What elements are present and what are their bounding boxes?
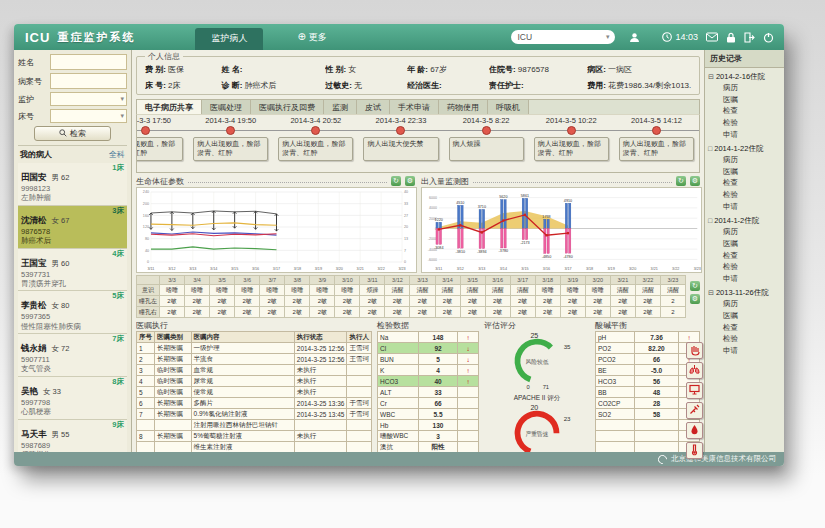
- mail-icon[interactable]: [706, 32, 718, 42]
- history-item[interactable]: 申请: [705, 273, 784, 285]
- settings-icon[interactable]: ⚙: [690, 176, 700, 186]
- logout-icon[interactable]: [744, 32, 755, 43]
- timeline-event[interactable]: 病人出现败血，脸部淤青、红肿: [534, 137, 609, 161]
- history-item[interactable]: 检验: [705, 261, 784, 273]
- module-tab-7[interactable]: 药物使用: [439, 100, 488, 114]
- tree-toggle-icon[interactable]: ⊟: [708, 73, 714, 80]
- history-item[interactable]: 病历: [705, 226, 784, 238]
- module-tab-8[interactable]: 呼吸机: [488, 100, 529, 114]
- order-row[interactable]: 3临时医嘱血常规未执行: [137, 365, 372, 376]
- order-row[interactable]: 维生素注射液: [137, 442, 372, 453]
- history-group-header[interactable]: ⊟2013-11-26住院: [705, 288, 784, 298]
- module-tab-5[interactable]: 皮试: [357, 100, 390, 114]
- obs-cell: 嗜睡: [310, 285, 335, 296]
- monitor-button[interactable]: [686, 382, 703, 399]
- svg-text:4910: 4910: [564, 199, 572, 203]
- patient-list-item[interactable]: 8床吴艳女 335997798心肌梗塞: [18, 377, 127, 420]
- acid-title: 酸碱平衡: [595, 320, 700, 331]
- power-icon[interactable]: [763, 32, 774, 43]
- timeline-event[interactable]: 病人出现败血，脸部淤青、红肿: [619, 137, 694, 161]
- svg-text:200: 200: [143, 202, 149, 206]
- history-item[interactable]: 检查: [705, 177, 784, 189]
- department-select[interactable]: ICU ▾: [511, 30, 615, 44]
- history-item[interactable]: 申请: [705, 345, 784, 357]
- settings-icon[interactable]: ⚙: [405, 176, 415, 186]
- history-item[interactable]: 病历: [705, 298, 784, 310]
- name-input[interactable]: [50, 54, 127, 70]
- history-item[interactable]: 医嘱: [705, 238, 784, 250]
- thermometer-button[interactable]: [686, 442, 703, 459]
- acid-name: [596, 442, 635, 453]
- order-row[interactable]: 8长期医嘱5%葡萄糖注射液未执行: [137, 431, 372, 442]
- refresh-icon[interactable]: ↻: [391, 176, 401, 186]
- tab-more[interactable]: ⊕ 更多: [297, 31, 326, 44]
- history-group-header[interactable]: □2014-1-22住院: [705, 144, 784, 154]
- history-item[interactable]: 检验: [705, 117, 784, 129]
- history-item[interactable]: 病历: [705, 82, 784, 94]
- lock-icon[interactable]: [726, 32, 736, 43]
- app-logo: ICU: [25, 30, 50, 45]
- divider: [473, 182, 672, 183]
- tab-my-patients[interactable]: 我的病人: [20, 149, 52, 160]
- history-item[interactable]: 医嘱: [705, 310, 784, 322]
- module-tab-1[interactable]: 电子病历共享: [137, 100, 202, 114]
- history-group-header[interactable]: □2014-1-2住院: [705, 216, 784, 226]
- refresh-icon[interactable]: ↻: [676, 176, 686, 186]
- tree-toggle-icon[interactable]: ⊟: [708, 289, 714, 296]
- hand-button[interactable]: [686, 342, 703, 359]
- module-tab-6[interactable]: 手术申请: [390, 100, 439, 114]
- obs-cell: 嗜睡: [210, 285, 235, 296]
- tab-monitor-patients[interactable]: 监护病人: [195, 28, 263, 50]
- timeline-event[interactable]: 病人出现大便失禁: [363, 137, 438, 161]
- tree-toggle-icon[interactable]: □: [708, 145, 712, 152]
- history-item[interactable]: 申请: [705, 201, 784, 213]
- patient-list-item[interactable]: 7床钱永娟女 725907711支气管炎: [18, 334, 127, 377]
- patient-list-item[interactable]: 3床沈清松女 679876578肺癌术后: [18, 206, 127, 249]
- history-group-header[interactable]: ⊟2014-2-16住院: [705, 72, 784, 82]
- timeline-event[interactable]: 病人出现败血，脸部淤青、红肿: [136, 137, 183, 161]
- bed-select[interactable]: ▾: [50, 109, 127, 123]
- order-row[interactable]: 注射用哌拉西林钠舒巴坦钠针: [137, 420, 372, 431]
- lungs-button[interactable]: [686, 362, 703, 379]
- history-item[interactable]: 医嘱: [705, 166, 784, 178]
- order-row[interactable]: 4临时医嘱尿常规未执行: [137, 376, 372, 387]
- history-item[interactable]: 检查: [705, 250, 784, 262]
- timeline-event[interactable]: 病人出现败血，脸部淤青、红肿: [278, 137, 353, 161]
- refresh-icon[interactable]: ↻: [690, 281, 700, 291]
- module-tab-3[interactable]: 医嘱执行及回费: [251, 100, 324, 114]
- patient-list-item[interactable]: 5床李贵松女 805997365慢性阻塞性肺疾病: [18, 291, 127, 334]
- history-item[interactable]: 检查: [705, 322, 784, 334]
- history-item[interactable]: 医嘱: [705, 94, 784, 106]
- order-row[interactable]: 6长期医嘱多酶片2014-3-25 13:36于雪珂: [137, 398, 372, 409]
- svg-text:3/22: 3/22: [378, 267, 385, 271]
- order-row[interactable]: 5临时医嘱便常规未执行: [137, 387, 372, 398]
- history-item[interactable]: 检查: [705, 105, 784, 117]
- history-item[interactable]: 申请: [705, 129, 784, 141]
- patient-id: 5997365: [21, 312, 124, 321]
- tree-toggle-icon[interactable]: □: [708, 217, 712, 224]
- care-select[interactable]: ▾: [50, 92, 127, 106]
- patient-list-item[interactable]: 4床王国宝男 605397731胃溃疡并穿孔: [18, 249, 127, 292]
- module-tab-2[interactable]: 医嘱处理: [202, 100, 251, 114]
- history-item[interactable]: 病历: [705, 154, 784, 166]
- timeline-dot-icon: [396, 126, 405, 135]
- history-item[interactable]: 检验: [705, 333, 784, 345]
- order-row[interactable]: 7长期医嘱0.9%氯化钠注射液2014-3-25 13:45于雪珂: [137, 409, 372, 420]
- order-row[interactable]: 1长期医嘱一级护理2014-3-25 12:56王雪珂: [137, 343, 372, 354]
- module-tab-4[interactable]: 监测: [324, 100, 357, 114]
- obs-cell: 2敏: [210, 307, 235, 318]
- timeline-event[interactable]: 病人烦躁: [449, 137, 524, 161]
- search-button[interactable]: 检索: [34, 126, 110, 141]
- iv-drop-button[interactable]: [686, 422, 703, 439]
- obs-date: 3/3: [160, 276, 185, 285]
- patient-list-item[interactable]: 1床田国安男 629998123左肺肿瘤: [18, 163, 127, 206]
- timeline-event[interactable]: 病人出现败血，脸部淤青、红肿: [193, 137, 268, 161]
- case-number-input[interactable]: [50, 73, 127, 89]
- order-row[interactable]: 2长期医嘱半流食2014-3-25 12:56王雪珂: [137, 354, 372, 365]
- user-icon[interactable]: [629, 32, 640, 43]
- bed-label: 7床: [21, 335, 124, 343]
- settings-icon[interactable]: ⚙: [690, 294, 700, 304]
- syringe-button[interactable]: [686, 402, 703, 419]
- tab-all-department[interactable]: 全科: [109, 149, 125, 160]
- history-item[interactable]: 检验: [705, 189, 784, 201]
